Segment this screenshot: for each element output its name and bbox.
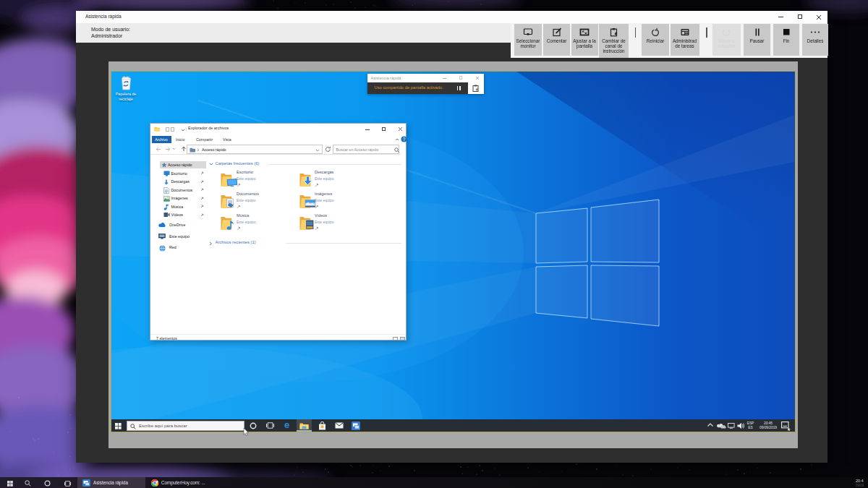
svg-text:?: ? (403, 137, 406, 142)
